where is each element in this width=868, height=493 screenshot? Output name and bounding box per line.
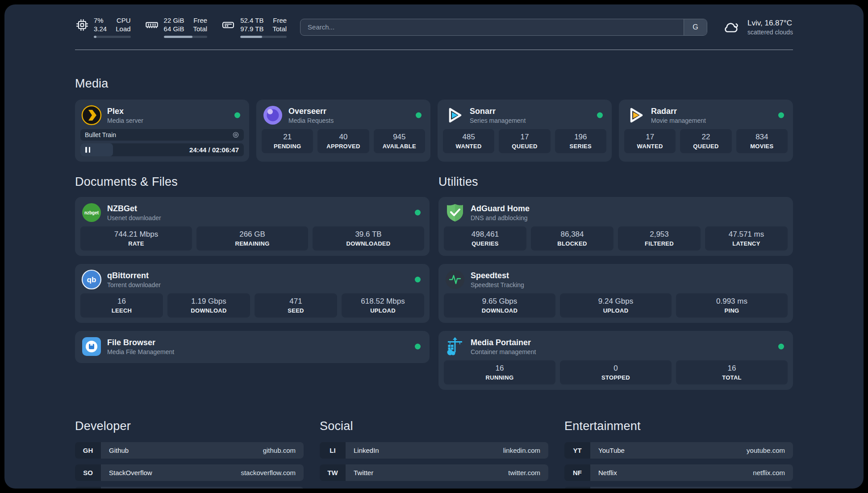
stat-label: SERIES: [557, 143, 605, 150]
stat-label: DOWNLOAD: [446, 307, 554, 314]
stat-label: RATE: [82, 240, 190, 247]
bookmark-youtube[interactable]: YT YouTube youtube.com: [564, 442, 793, 459]
bookmark-abbr: DT: [75, 487, 101, 489]
ram-stat: 22 GiB 64 GiB Free Total: [144, 16, 208, 38]
bookmark-name: Github: [109, 447, 129, 454]
stat-tile: 39.6 TB DOWNLOADED: [313, 226, 424, 251]
app-subtitle: Usenet downloader: [107, 214, 161, 221]
radarr-icon: [625, 105, 646, 125]
dashboard-panel: 7% 3.24 CPU Load: [4, 4, 864, 489]
stat-label: LATENCY: [707, 240, 786, 247]
stat-label: LEECH: [82, 307, 161, 314]
stat-value: 196: [557, 132, 605, 142]
cpu-label: CPU: [116, 16, 130, 25]
cpu-load-value: 3.24: [94, 25, 107, 33]
disk-total: 97.9 TB: [240, 25, 263, 33]
app-card-nzbget[interactable]: nzbget NZBGet Usenet downloader 744.21 M…: [75, 197, 430, 256]
app-card-qbittorrent[interactable]: qb qBittorrent Torrent downloader 16 LEE…: [75, 264, 430, 323]
app-subtitle: Media server: [107, 117, 143, 124]
section-utilities: Utilities AdGuard Home: [438, 175, 793, 390]
playback-progress[interactable]: 24:44 / 02:06:47: [80, 143, 244, 156]
stat-value: 86,384: [533, 230, 612, 239]
bookmark-abbr: SO: [75, 464, 101, 481]
bookmark-stackoverflow[interactable]: SO StackOverflow stackoverflow.com: [75, 464, 304, 481]
stat-label: BLOCKED: [533, 240, 612, 247]
bookmark-url: youtube.com: [747, 447, 785, 454]
section-title-media: Media: [75, 77, 793, 91]
stat-label: STOPPED: [562, 374, 670, 381]
app-name: Speedtest: [471, 271, 524, 280]
app-name: AdGuard Home: [471, 204, 530, 213]
app-card-filebrowser[interactable]: File Browser Media File Management: [75, 331, 430, 363]
top-bar: 7% 3.24 CPU Load: [4, 4, 864, 38]
stat-value: 498,461: [446, 230, 525, 239]
bookmark-github[interactable]: GH Github github.com: [75, 442, 304, 459]
status-dot: [415, 344, 421, 350]
stat-label: MOVIES: [738, 143, 786, 150]
search-engine-button[interactable]: G: [684, 19, 707, 35]
portainer-icon: [445, 336, 465, 357]
app-card-overseerr[interactable]: Overseerr Media Requests 21 PENDING 40 A…: [256, 100, 430, 162]
status-dot: [415, 277, 421, 283]
stat-tile: 485 WANTED: [443, 129, 494, 153]
app-card-plex[interactable]: Plex Media server Bullet Train: [75, 100, 249, 162]
stat-value: 22: [682, 132, 730, 142]
bookmark-netflix[interactable]: NF Netflix netflix.com: [564, 464, 793, 481]
stat-value: 40: [319, 132, 367, 142]
stat-tile: 471 SEED: [255, 293, 337, 318]
disk-free-label: Free: [272, 16, 287, 25]
app-card-portainer[interactable]: Media Portainer Container management 16 …: [438, 331, 793, 390]
app-card-sonarr[interactable]: Sonarr Series management 485 WANTED 17 Q…: [438, 100, 612, 162]
pause-icon[interactable]: [85, 147, 90, 153]
app-card-adguard[interactable]: AdGuard Home DNS and adblocking 498,461 …: [438, 197, 793, 256]
cpu-icon: [75, 16, 89, 32]
stat-tile: 744.21 Mbps RATE: [80, 226, 192, 251]
ram-icon: [144, 16, 159, 32]
stat-value: 9.24 Gbps: [562, 297, 670, 306]
stat-label: UPLOAD: [562, 307, 670, 314]
search-input[interactable]: [300, 19, 684, 35]
weather-widget[interactable]: Lviv, 16.87°C scattered clouds: [721, 18, 793, 36]
app-name: Radarr: [651, 106, 706, 116]
stat-label: QUEUED: [682, 143, 730, 150]
stat-label: REMAINING: [198, 240, 306, 247]
status-dot: [234, 113, 240, 118]
bookmark-abbr: RE: [564, 487, 590, 489]
stat-value: 17: [626, 132, 674, 142]
bookmark-abbr: LI: [320, 442, 346, 459]
adguard-icon: [445, 202, 465, 223]
bookmark-twitter[interactable]: TW Twitter twitter.com: [320, 464, 548, 481]
stat-value: 0.993 ms: [678, 297, 786, 306]
app-subtitle: Movie management: [651, 117, 706, 124]
plex-icon: [81, 105, 102, 125]
bookmark-name: LinkedIn: [354, 447, 379, 454]
stat-value: 618.52 Mbps: [343, 297, 422, 306]
bookmark-name: Twitter: [354, 469, 373, 476]
cpu-load-label: Load: [116, 25, 130, 33]
stat-tile: 0 STOPPED: [560, 360, 672, 384]
app-subtitle: Torrent downloader: [107, 281, 161, 288]
app-card-speedtest[interactable]: Speedtest Speedtest Tracking 9.65 Gbps D…: [438, 264, 793, 323]
stat-tile: 834 MOVIES: [736, 129, 788, 153]
app-subtitle: Media Requests: [288, 117, 334, 124]
app-subtitle: DNS and adblocking: [471, 214, 530, 221]
app-name: File Browser: [107, 338, 174, 347]
bookmark-reddit[interactable]: RE Reddit reddit.com: [564, 487, 793, 489]
target-icon[interactable]: [232, 131, 239, 138]
stat-tile: 9.65 Gbps DOWNLOAD: [444, 293, 555, 318]
bookmark-dev[interactable]: DT DEV dev.to: [75, 487, 304, 489]
bookmark-name: StackOverflow: [109, 469, 152, 476]
stat-label: SEED: [256, 307, 335, 314]
stat-value: 471: [256, 297, 335, 306]
stat-value: 266 GB: [198, 230, 306, 239]
section-documents: Documents & Files nzbget NZBGet Usenet d: [75, 175, 430, 363]
bookmark-linkedin[interactable]: LI LinkedIn linkedin.com: [320, 442, 548, 459]
app-card-radarr[interactable]: Radarr Movie management 17 WANTED 22 QUE…: [619, 100, 793, 162]
app-name: Media Portainer: [471, 338, 536, 347]
app-subtitle: Speedtest Tracking: [471, 281, 524, 288]
now-playing-row: Bullet Train: [80, 129, 244, 141]
status-dot: [597, 113, 603, 118]
bookmark-group-developer: Developer GH Github github.com SO StackO…: [75, 419, 304, 489]
stat-value: 0: [562, 363, 670, 373]
stat-label: QUEUED: [501, 143, 548, 150]
